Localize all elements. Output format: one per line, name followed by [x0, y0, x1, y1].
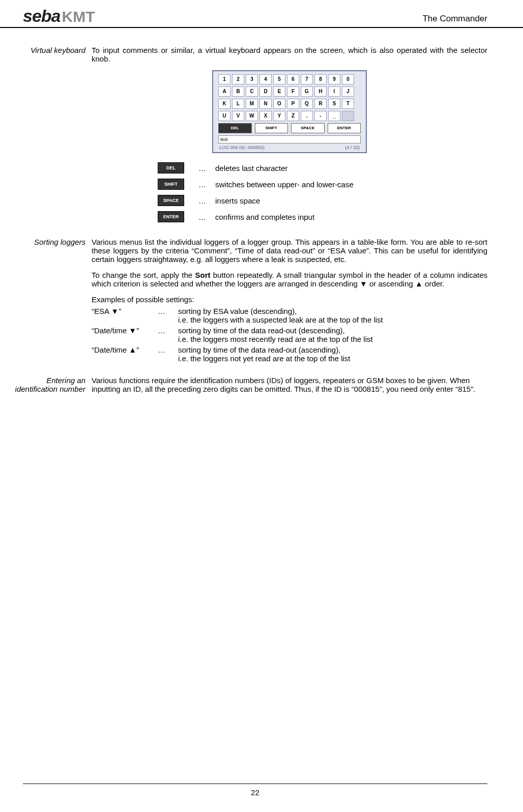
vk-key[interactable]: 9: [328, 74, 340, 84]
vk-key[interactable]: H: [314, 86, 327, 97]
vk-key[interactable]: 6: [287, 74, 299, 84]
page-number: 22: [251, 788, 259, 797]
vk-row-4: UVWXYZ.-_: [218, 111, 361, 121]
side-label-sort: Sorting loggers: [10, 238, 92, 365]
vk-key[interactable]: .: [301, 111, 313, 121]
vk-key[interactable]: F: [287, 86, 299, 97]
vk-key[interactable]: T: [342, 99, 354, 109]
vk-key[interactable]: D: [259, 86, 272, 97]
sort-example-row: “ESA ▼”…sorting by ESA value (descending…: [92, 307, 487, 324]
key-desc-row: SHIFT…switches between upper- and lower-…: [158, 179, 487, 190]
vk-status-right: (4 / 32): [345, 145, 360, 150]
side-label-vk: Virtual keyboard: [10, 46, 92, 227]
vk-space-button[interactable]: SPACE: [291, 123, 325, 133]
header-title: The Commander: [422, 14, 487, 26]
vk-key[interactable]: [342, 111, 354, 121]
vk-key[interactable]: C: [246, 86, 258, 97]
vk-key[interactable]: V: [232, 111, 244, 121]
vk-key[interactable]: G: [301, 86, 313, 97]
vk-key[interactable]: N: [259, 99, 272, 109]
logo-kmt: KMT: [62, 8, 95, 25]
vk-key[interactable]: R: [314, 99, 327, 109]
mini-del-button: DEL: [158, 162, 184, 173]
vk-key[interactable]: 2: [232, 74, 244, 84]
mini-space-button: SPACE: [158, 195, 184, 206]
vk-status-left: LOG 009 (ID: 000555): [219, 145, 265, 150]
mini-shift-button: SHIFT: [158, 179, 184, 190]
logo: seba KMT: [23, 6, 95, 26]
vk-key[interactable]: L: [232, 99, 244, 109]
side-label-id: Entering an identification number: [10, 376, 92, 400]
vk-enter-button[interactable]: ENTER: [328, 123, 361, 133]
vk-key[interactable]: Z: [287, 111, 299, 121]
vk-key[interactable]: U: [218, 111, 230, 121]
vk-key[interactable]: 4: [259, 74, 272, 84]
sort-examples: “ESA ▼”…sorting by ESA value (descending…: [92, 307, 487, 363]
page-footer: 22: [23, 784, 487, 797]
vk-key[interactable]: M: [246, 99, 258, 109]
page-header: seba KMT The Commander: [0, 0, 523, 28]
vk-key[interactable]: Q: [301, 99, 313, 109]
vk-key[interactable]: _: [328, 111, 340, 121]
vk-key[interactable]: W: [246, 111, 258, 121]
key-desc-row: ENTER…confirms and completes input: [158, 211, 487, 222]
mini-enter-button: ENTER: [158, 211, 184, 222]
vk-key[interactable]: J: [342, 86, 354, 97]
vk-intro: To input comments or similar, a virtual …: [92, 46, 487, 63]
sort-p2: To change the sort, apply the Sort butto…: [92, 271, 487, 288]
sort-example-row: “Date/time ▼”…sorting by time of the dat…: [92, 326, 487, 343]
logo-seba: seba: [23, 6, 61, 26]
sort-p1: Various menus list the individual logger…: [92, 238, 487, 264]
vk-key[interactable]: -: [314, 111, 327, 121]
vk-row-1: 1234567890: [218, 74, 361, 84]
vk-del-button[interactable]: DEL: [218, 123, 252, 133]
vk-key[interactable]: I: [328, 86, 340, 97]
key-desc-table: DEL…deletes last characterSHIFT…switches…: [158, 162, 487, 222]
sort-example-row: “Date/time ▲”…sorting by time of the dat…: [92, 345, 487, 363]
vk-key[interactable]: A: [218, 86, 230, 97]
vk-key[interactable]: X: [259, 111, 272, 121]
vk-key[interactable]: O: [273, 99, 285, 109]
key-desc-row: SPACE…inserts space: [158, 195, 487, 206]
vk-key[interactable]: 5: [273, 74, 285, 84]
vk-input-line[interactable]: text: [218, 135, 361, 143]
vk-key[interactable]: Y: [273, 111, 285, 121]
key-desc-row: DEL…deletes last character: [158, 162, 487, 173]
vk-row-3: KLMNOPQRST: [218, 99, 361, 109]
vk-key[interactable]: 0: [342, 74, 354, 84]
vk-key[interactable]: K: [218, 99, 230, 109]
vk-row-2: ABCDEFGHIJ: [218, 86, 361, 97]
vk-key[interactable]: S: [328, 99, 340, 109]
vk-key[interactable]: 7: [301, 74, 313, 84]
vk-key[interactable]: E: [273, 86, 285, 97]
vk-key[interactable]: P: [287, 99, 299, 109]
virtual-keyboard: 1234567890 ABCDEFGHIJ KLMNOPQRST UVWXYZ.…: [212, 70, 367, 153]
vk-key[interactable]: B: [232, 86, 244, 97]
vk-shift-button[interactable]: SHIFT: [255, 123, 288, 133]
id-text: Various functions require the identifica…: [92, 376, 487, 393]
vk-key[interactable]: 3: [246, 74, 258, 84]
vk-key[interactable]: 8: [314, 74, 327, 84]
vk-key[interactable]: 1: [218, 74, 230, 84]
sort-examples-title: Examples of possible settings:: [92, 295, 487, 304]
